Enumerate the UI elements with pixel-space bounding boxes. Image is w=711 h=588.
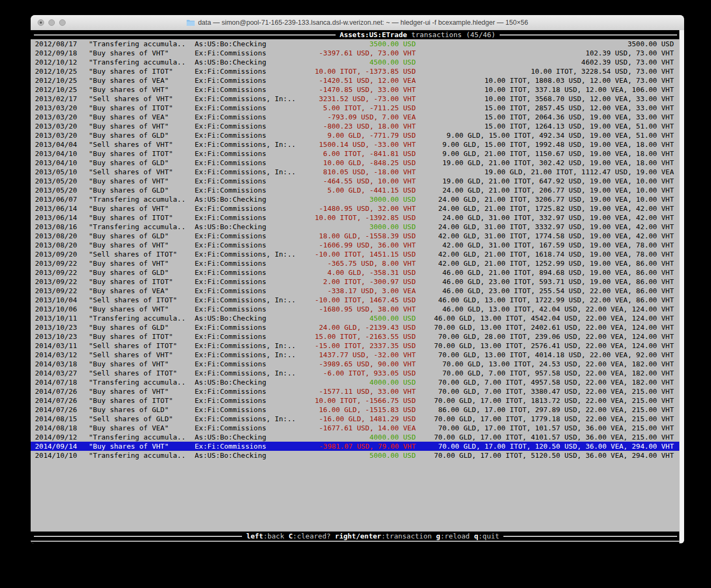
transaction-description: "Sell shares of VHT": [89, 94, 173, 103]
transaction-amount: 1437.77 USD, -32.00 VHT: [319, 350, 416, 359]
transaction-row[interactable]: 2014/08/15 "Sell shares of GLD" Ex:Fi:Co…: [31, 414, 679, 423]
transaction-row[interactable]: 2013/10/11 "Transfering accumula.. As:US…: [31, 314, 679, 323]
scrollbar[interactable]: [679, 30, 684, 543]
transaction-other-accounts: Ex:Fi:Commissions, In:..: [195, 94, 296, 103]
transaction-date: 2013/02/17: [35, 94, 77, 103]
traffic-lights: [38, 19, 66, 26]
transaction-row[interactable]: 2013/10/04 "Sell shares of ITOT" Ex:Fi:C…: [31, 295, 679, 304]
transaction-row[interactable]: 2013/05/20 "Buy shares of GLD" Ex:Fi:Com…: [31, 186, 679, 195]
transaction-amount: -1680.95 USD, 38.00 VHT: [319, 304, 416, 314]
transaction-row[interactable]: 2014/03/11 "Sell shares of ITOT" Ex:Fi:C…: [31, 341, 679, 350]
transaction-description: "Buy shares of ITOT": [89, 149, 173, 158]
key-hint-key: left: [246, 532, 263, 540]
transaction-running-balance: 86.00 GLD, 17.00 ITOT, 297.89 USD, 22.00…: [438, 405, 674, 414]
transaction-amount: -6.00 ITOT, 933.05 USD: [323, 369, 416, 378]
transaction-description: "Buy shares of ITOT": [89, 103, 173, 112]
transaction-row[interactable]: 2013/06/14 "Buy shares of ITOT" Ex:Fi:Co…: [31, 213, 679, 222]
transaction-row[interactable]: 2012/10/25 "Buy shares of VHT" Ex:Fi:Com…: [31, 85, 679, 94]
transaction-amount: 1500.14 USD, -33.00 VHT: [319, 140, 416, 149]
transaction-running-balance: 70.00 GLD, 13.00 ITOT, 4014.18 USD, 22.0…: [438, 350, 674, 359]
transaction-row[interactable]: 2013/05/20 "Buy shares of VHT" Ex:Fi:Com…: [31, 176, 679, 186]
transaction-row[interactable]: 2013/03/20 "Buy shares of ITOT" Ex:Fi:Co…: [31, 103, 679, 112]
transaction-row[interactable]: 2012/09/18 "Buy shares of VHT" Ex:Fi:Com…: [31, 48, 679, 58]
transaction-row[interactable]: 2013/09/22 "Buy shares of ITOT" Ex:Fi:Co…: [31, 277, 679, 286]
transaction-running-balance: 70.00 GLD, 7.00 ITOT, 4957.58 USD, 22.00…: [438, 378, 674, 387]
screen-header: Assets:US:ETrade transactions (45/46): [31, 30, 679, 39]
transaction-row[interactable]: 2013/08/16 "Transfering accumula.. As:US…: [31, 222, 679, 231]
transaction-other-accounts: Ex:Fi:Commissions: [195, 277, 266, 286]
transaction-date: 2013/04/10: [35, 149, 77, 158]
transaction-row[interactable]: 2013/08/20 "Buy shares of VHT" Ex:Fi:Com…: [31, 240, 679, 250]
transaction-row[interactable]: 2014/10/10 "Transfering accumula.. As:US…: [31, 451, 679, 460]
transaction-date: 2014/07/26: [35, 387, 77, 396]
transaction-row[interactable]: 2014/07/26 "Buy shares of VHT" Ex:Fi:Com…: [31, 387, 679, 396]
transaction-row[interactable]: 2014/03/27 "Sell shares of ITOT" Ex:Fi:C…: [31, 369, 679, 378]
transaction-row[interactable]: 2013/06/07 "Transfering accumula.. As:US…: [31, 195, 679, 204]
transaction-row[interactable]: 2013/09/22 "Buy shares of VHT" Ex:Fi:Com…: [31, 259, 679, 268]
transaction-row[interactable]: 2013/04/10 "Buy shares of GLD" Ex:Fi:Com…: [31, 158, 679, 167]
transaction-amount: 5000.00 USD: [369, 451, 416, 460]
transaction-row[interactable]: 2013/02/17 "Sell shares of VHT" Ex:Fi:Co…: [31, 94, 679, 103]
transaction-row[interactable]: 2013/05/10 "Sell shares of VHT" Ex:Fi:Co…: [31, 167, 679, 176]
transaction-running-balance: 70.00 GLD, 17.00 ITOT, 5120.50 USD, 36.0…: [434, 451, 674, 460]
transaction-row[interactable]: 2013/03/20 "Buy shares of VHT" Ex:Fi:Com…: [31, 122, 679, 131]
transaction-row[interactable]: 2012/10/25 "Buy shares of VEA" Ex:Fi:Com…: [31, 76, 679, 85]
transaction-row[interactable]: 2013/03/20 "Buy shares of VEA" Ex:Fi:Com…: [31, 112, 679, 122]
transaction-description: "Sell shares of ITOT": [89, 250, 177, 259]
transaction-row[interactable]: 2012/10/25 "Buy shares of ITOT" Ex:Fi:Co…: [31, 67, 679, 76]
transaction-other-accounts: Ex:Fi:Commissions: [195, 67, 266, 76]
transaction-row[interactable]: 2013/10/06 "Buy shares of VHT" Ex:Fi:Com…: [31, 304, 679, 314]
transaction-description: "Buy shares of VHT": [89, 204, 169, 213]
title-bar[interactable]: data — simon@pool-71-165-239-133.lsanca.…: [31, 15, 684, 31]
desktop: { "window": { "title": "data — simon@poo…: [0, 0, 711, 588]
transaction-row[interactable]: 2014/07/26 "Buy shares of GLD" Ex:Fi:Com…: [31, 405, 679, 414]
transaction-row[interactable]: 2013/10/23 "Buy shares of GLD" Ex:Fi:Com…: [31, 323, 679, 332]
transaction-amount: -1606.99 USD, 36.00 VHT: [319, 240, 416, 250]
transaction-amount: 15.00 ITOT, -2163.55 USD: [315, 332, 416, 341]
transaction-row[interactable]: 2014/09/12 "Transfering accumula.. As:US…: [31, 433, 679, 442]
transaction-amount: -793.09 USD, 7.00 VEA: [328, 112, 416, 122]
minimize-button[interactable]: [48, 19, 55, 26]
header-rule-right: [500, 34, 677, 36]
transaction-date: 2013/05/10: [35, 167, 77, 176]
transaction-row[interactable]: 2013/06/14 "Buy shares of VHT" Ex:Fi:Com…: [31, 204, 679, 213]
transaction-date: 2013/09/22: [35, 277, 77, 286]
transaction-description: "Sell shares of ITOT": [89, 341, 177, 350]
transaction-row[interactable]: 2014/08/18 "Buy shares of VEA" Ex:Fi:Com…: [31, 423, 679, 433]
transaction-row[interactable]: 2013/09/20 "Sell shares of ITOT" Ex:Fi:C…: [31, 250, 679, 259]
transaction-row[interactable]: 2013/04/04 "Sell shares of VHT" Ex:Fi:Co…: [31, 140, 679, 149]
zoom-button[interactable]: [59, 19, 66, 26]
transaction-running-balance: 70.00 GLD, 7.00 ITOT, 957.58 USD, 22.00 …: [443, 369, 674, 378]
transaction-date: 2013/10/23: [35, 332, 77, 341]
transaction-row[interactable]: 2013/09/22 "Buy shares of GLD" Ex:Fi:Com…: [31, 268, 679, 277]
close-button[interactable]: [38, 19, 44, 26]
transaction-row[interactable]: 2014/09/14 "Buy shares of VHT" Ex:Fi:Com…: [31, 442, 679, 451]
transaction-row[interactable]: 2014/03/12 "Sell shares of VHT" Ex:Fi:Co…: [31, 350, 679, 359]
transaction-amount: 5.00 ITOT, -711.25 USD: [323, 103, 416, 112]
transaction-row[interactable]: 2012/08/17 "Transfering accumula.. As:US…: [31, 39, 679, 48]
transaction-row[interactable]: 2014/07/26 "Buy shares of ITOT" Ex:Fi:Co…: [31, 396, 679, 405]
transaction-other-accounts: Ex:Fi:Commissions, In:..: [195, 167, 296, 176]
transaction-amount: -1577.11 USD, 33.00 VHT: [319, 387, 416, 396]
transaction-row[interactable]: 2014/07/18 "Transfering accumula.. As:US…: [31, 378, 679, 387]
transaction-amount: 2.00 ITOT, -300.97 USD: [323, 277, 416, 286]
transaction-running-balance: 9.00 GLD, 15.00 ITOT, 1992.48 USD, 19.00…: [443, 140, 674, 149]
transaction-row[interactable]: 2013/10/23 "Buy shares of ITOT" Ex:Fi:Co…: [31, 332, 679, 341]
transaction-row[interactable]: 2012/10/12 "Transfering accumula.. As:US…: [31, 58, 679, 67]
transaction-date: 2013/09/20: [35, 250, 77, 259]
transaction-running-balance: 4602.39 USD, 73.00 VHT: [581, 58, 674, 67]
transaction-other-accounts: Ex:Fi:Commissions: [195, 112, 266, 122]
transaction-row[interactable]: 2014/03/18 "Buy shares of VHT" Ex:Fi:Com…: [31, 359, 679, 369]
transaction-row[interactable]: 2013/04/10 "Buy shares of ITOT" Ex:Fi:Co…: [31, 149, 679, 158]
transaction-running-balance: 19.00 GLD, 21.00 ITOT, 302.42 USD, 19.00…: [443, 158, 674, 167]
key-hint-action: :cleared?: [293, 532, 330, 540]
transaction-date: 2013/05/20: [35, 176, 77, 186]
transaction-other-accounts: Ex:Fi:Commissions: [195, 304, 266, 314]
transaction-other-accounts: Ex:Fi:Commissions: [195, 405, 266, 414]
key-hint-action: :back: [263, 532, 284, 540]
transaction-row[interactable]: 2013/09/22 "Buy shares of VEA" Ex:Fi:Com…: [31, 286, 679, 295]
status-bar: left:backC:cleared?right/enter:transacti…: [31, 532, 679, 541]
transaction-row[interactable]: 2013/08/20 "Buy shares of GLD" Ex:Fi:Com…: [31, 231, 679, 240]
transaction-row[interactable]: 2013/03/20 "Buy shares of GLD" Ex:Fi:Com…: [31, 131, 679, 140]
key-hint-action: :quit: [478, 532, 499, 540]
